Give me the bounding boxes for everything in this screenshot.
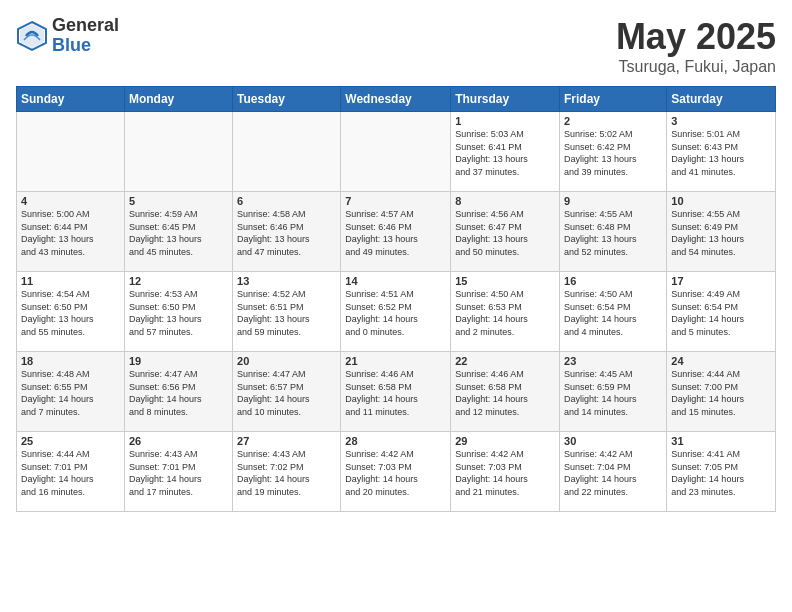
calendar-cell: 7Sunrise: 4:57 AM Sunset: 6:46 PM Daylig…	[341, 192, 451, 272]
calendar-cell: 15Sunrise: 4:50 AM Sunset: 6:53 PM Dayli…	[451, 272, 560, 352]
day-number: 3	[671, 115, 771, 127]
day-info: Sunrise: 4:45 AM Sunset: 6:59 PM Dayligh…	[564, 368, 662, 418]
day-info: Sunrise: 4:47 AM Sunset: 6:57 PM Dayligh…	[237, 368, 336, 418]
calendar-cell: 3Sunrise: 5:01 AM Sunset: 6:43 PM Daylig…	[667, 112, 776, 192]
calendar-cell: 22Sunrise: 4:46 AM Sunset: 6:58 PM Dayli…	[451, 352, 560, 432]
calendar-cell: 18Sunrise: 4:48 AM Sunset: 6:55 PM Dayli…	[17, 352, 125, 432]
day-number: 10	[671, 195, 771, 207]
calendar-week-row: 11Sunrise: 4:54 AM Sunset: 6:50 PM Dayli…	[17, 272, 776, 352]
calendar-cell: 16Sunrise: 4:50 AM Sunset: 6:54 PM Dayli…	[560, 272, 667, 352]
day-of-week-header: Monday	[124, 87, 232, 112]
day-info: Sunrise: 4:50 AM Sunset: 6:53 PM Dayligh…	[455, 288, 555, 338]
header: General Blue May 2025 Tsuruga, Fukui, Ja…	[16, 16, 776, 76]
day-info: Sunrise: 4:46 AM Sunset: 6:58 PM Dayligh…	[345, 368, 446, 418]
day-info: Sunrise: 5:00 AM Sunset: 6:44 PM Dayligh…	[21, 208, 120, 258]
day-of-week-header: Tuesday	[233, 87, 341, 112]
day-number: 27	[237, 435, 336, 447]
day-info: Sunrise: 4:50 AM Sunset: 6:54 PM Dayligh…	[564, 288, 662, 338]
day-number: 11	[21, 275, 120, 287]
calendar-cell	[341, 112, 451, 192]
calendar-cell: 29Sunrise: 4:42 AM Sunset: 7:03 PM Dayli…	[451, 432, 560, 512]
day-number: 9	[564, 195, 662, 207]
day-number: 23	[564, 355, 662, 367]
calendar-cell	[124, 112, 232, 192]
logo-icon	[16, 20, 48, 52]
day-number: 17	[671, 275, 771, 287]
day-info: Sunrise: 4:55 AM Sunset: 6:49 PM Dayligh…	[671, 208, 771, 258]
day-number: 5	[129, 195, 228, 207]
day-number: 25	[21, 435, 120, 447]
day-number: 16	[564, 275, 662, 287]
day-number: 21	[345, 355, 446, 367]
day-number: 28	[345, 435, 446, 447]
day-number: 24	[671, 355, 771, 367]
day-of-week-header: Sunday	[17, 87, 125, 112]
day-number: 1	[455, 115, 555, 127]
day-number: 7	[345, 195, 446, 207]
day-number: 6	[237, 195, 336, 207]
day-number: 15	[455, 275, 555, 287]
day-info: Sunrise: 4:53 AM Sunset: 6:50 PM Dayligh…	[129, 288, 228, 338]
day-info: Sunrise: 4:42 AM Sunset: 7:03 PM Dayligh…	[345, 448, 446, 498]
calendar-week-row: 1Sunrise: 5:03 AM Sunset: 6:41 PM Daylig…	[17, 112, 776, 192]
day-info: Sunrise: 4:48 AM Sunset: 6:55 PM Dayligh…	[21, 368, 120, 418]
day-number: 4	[21, 195, 120, 207]
logo-blue-text: Blue	[52, 36, 119, 56]
title-block: May 2025 Tsuruga, Fukui, Japan	[616, 16, 776, 76]
calendar-cell: 19Sunrise: 4:47 AM Sunset: 6:56 PM Dayli…	[124, 352, 232, 432]
day-info: Sunrise: 4:47 AM Sunset: 6:56 PM Dayligh…	[129, 368, 228, 418]
day-number: 19	[129, 355, 228, 367]
day-info: Sunrise: 4:59 AM Sunset: 6:45 PM Dayligh…	[129, 208, 228, 258]
calendar-cell: 14Sunrise: 4:51 AM Sunset: 6:52 PM Dayli…	[341, 272, 451, 352]
calendar-cell: 5Sunrise: 4:59 AM Sunset: 6:45 PM Daylig…	[124, 192, 232, 272]
location: Tsuruga, Fukui, Japan	[616, 58, 776, 76]
day-info: Sunrise: 5:02 AM Sunset: 6:42 PM Dayligh…	[564, 128, 662, 178]
calendar-cell: 1Sunrise: 5:03 AM Sunset: 6:41 PM Daylig…	[451, 112, 560, 192]
calendar-cell: 10Sunrise: 4:55 AM Sunset: 6:49 PM Dayli…	[667, 192, 776, 272]
month-title: May 2025	[616, 16, 776, 58]
day-info: Sunrise: 4:58 AM Sunset: 6:46 PM Dayligh…	[237, 208, 336, 258]
calendar-header-row: SundayMondayTuesdayWednesdayThursdayFrid…	[17, 87, 776, 112]
day-number: 30	[564, 435, 662, 447]
calendar-cell: 12Sunrise: 4:53 AM Sunset: 6:50 PM Dayli…	[124, 272, 232, 352]
day-info: Sunrise: 4:54 AM Sunset: 6:50 PM Dayligh…	[21, 288, 120, 338]
day-number: 31	[671, 435, 771, 447]
day-number: 29	[455, 435, 555, 447]
calendar-cell: 26Sunrise: 4:43 AM Sunset: 7:01 PM Dayli…	[124, 432, 232, 512]
calendar-week-row: 25Sunrise: 4:44 AM Sunset: 7:01 PM Dayli…	[17, 432, 776, 512]
calendar-cell: 30Sunrise: 4:42 AM Sunset: 7:04 PM Dayli…	[560, 432, 667, 512]
day-info: Sunrise: 4:49 AM Sunset: 6:54 PM Dayligh…	[671, 288, 771, 338]
calendar-cell: 25Sunrise: 4:44 AM Sunset: 7:01 PM Dayli…	[17, 432, 125, 512]
day-info: Sunrise: 4:41 AM Sunset: 7:05 PM Dayligh…	[671, 448, 771, 498]
logo: General Blue	[16, 16, 119, 56]
calendar-cell	[233, 112, 341, 192]
calendar-cell: 31Sunrise: 4:41 AM Sunset: 7:05 PM Dayli…	[667, 432, 776, 512]
calendar-cell: 4Sunrise: 5:00 AM Sunset: 6:44 PM Daylig…	[17, 192, 125, 272]
calendar-cell: 9Sunrise: 4:55 AM Sunset: 6:48 PM Daylig…	[560, 192, 667, 272]
day-info: Sunrise: 4:44 AM Sunset: 7:00 PM Dayligh…	[671, 368, 771, 418]
logo-general-text: General	[52, 16, 119, 36]
calendar-week-row: 4Sunrise: 5:00 AM Sunset: 6:44 PM Daylig…	[17, 192, 776, 272]
day-of-week-header: Thursday	[451, 87, 560, 112]
day-number: 20	[237, 355, 336, 367]
logo-text: General Blue	[52, 16, 119, 56]
day-number: 14	[345, 275, 446, 287]
calendar-cell: 24Sunrise: 4:44 AM Sunset: 7:00 PM Dayli…	[667, 352, 776, 432]
day-info: Sunrise: 4:51 AM Sunset: 6:52 PM Dayligh…	[345, 288, 446, 338]
calendar-cell: 2Sunrise: 5:02 AM Sunset: 6:42 PM Daylig…	[560, 112, 667, 192]
day-of-week-header: Wednesday	[341, 87, 451, 112]
day-of-week-header: Saturday	[667, 87, 776, 112]
day-info: Sunrise: 4:43 AM Sunset: 7:02 PM Dayligh…	[237, 448, 336, 498]
calendar-cell: 17Sunrise: 4:49 AM Sunset: 6:54 PM Dayli…	[667, 272, 776, 352]
calendar-cell: 27Sunrise: 4:43 AM Sunset: 7:02 PM Dayli…	[233, 432, 341, 512]
calendar-cell: 20Sunrise: 4:47 AM Sunset: 6:57 PM Dayli…	[233, 352, 341, 432]
day-info: Sunrise: 4:52 AM Sunset: 6:51 PM Dayligh…	[237, 288, 336, 338]
day-of-week-header: Friday	[560, 87, 667, 112]
day-info: Sunrise: 5:01 AM Sunset: 6:43 PM Dayligh…	[671, 128, 771, 178]
day-info: Sunrise: 4:56 AM Sunset: 6:47 PM Dayligh…	[455, 208, 555, 258]
calendar: SundayMondayTuesdayWednesdayThursdayFrid…	[16, 86, 776, 512]
day-info: Sunrise: 4:42 AM Sunset: 7:04 PM Dayligh…	[564, 448, 662, 498]
day-info: Sunrise: 4:43 AM Sunset: 7:01 PM Dayligh…	[129, 448, 228, 498]
day-number: 18	[21, 355, 120, 367]
day-number: 8	[455, 195, 555, 207]
